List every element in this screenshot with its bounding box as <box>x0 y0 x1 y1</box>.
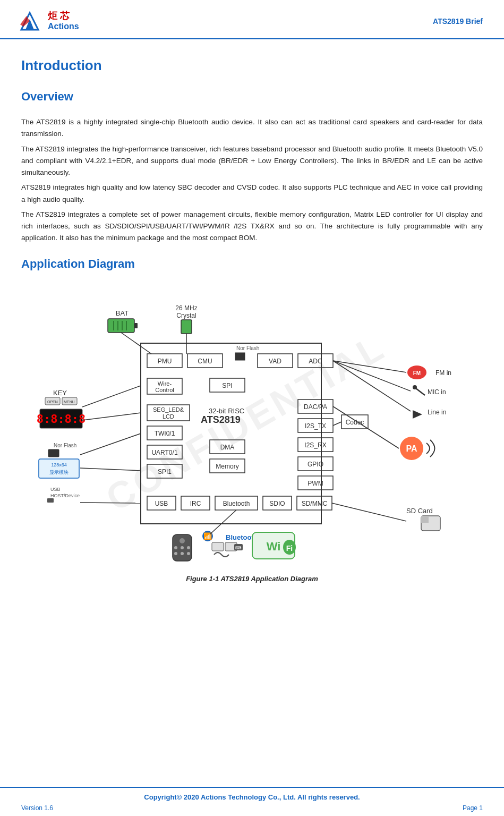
svg-text:I2S_RX: I2S_RX <box>304 441 326 449</box>
svg-point-116 <box>187 552 190 555</box>
main-content: Introduction Overview The ATS2819 is a h… <box>0 39 504 787</box>
svg-text:IRC: IRC <box>190 500 201 507</box>
svg-text:Nor Flash: Nor Flash <box>54 443 76 448</box>
svg-text:8:8:8:8: 8:8:8:8 <box>36 412 86 426</box>
svg-text:SD Card: SD Card <box>406 507 433 515</box>
svg-text:SEG_LED&: SEG_LED& <box>152 406 184 413</box>
svg-text:Nor Flash: Nor Flash <box>236 345 259 351</box>
svg-text:TWI0/1: TWI0/1 <box>154 430 175 437</box>
svg-text:KEY: KEY <box>53 389 66 397</box>
svg-text:FM: FM <box>413 370 420 376</box>
svg-text:PA: PA <box>406 444 417 453</box>
svg-text:32-bit RISC: 32-bit RISC <box>209 407 244 415</box>
svg-text:26 MHz: 26 MHz <box>175 304 197 312</box>
svg-text:Wire-: Wire- <box>157 380 172 387</box>
svg-text:HOST/Device: HOST/Device <box>50 493 80 498</box>
svg-text:I2S_TX: I2S_TX <box>304 422 326 430</box>
svg-rect-120 <box>212 542 224 551</box>
svg-text:ATS2819: ATS2819 <box>201 414 241 425</box>
svg-rect-25 <box>235 353 245 360</box>
svg-text:SDIO: SDIO <box>269 500 285 507</box>
svg-text:MIC in: MIC in <box>428 388 446 396</box>
svg-text:Memory: Memory <box>216 463 238 470</box>
svg-point-96 <box>413 385 417 389</box>
svg-text:USB: USB <box>50 487 61 492</box>
svg-text:Bluetooth: Bluetooth <box>223 500 250 507</box>
svg-text:PMU: PMU <box>157 358 172 365</box>
svg-text:VAD: VAD <box>269 358 281 365</box>
logo-icon <box>16 10 44 33</box>
svg-text:Fi: Fi <box>286 544 292 552</box>
page: 炬 芯 Actions ATS2819 Brief Introduction O… <box>0 0 504 816</box>
svg-text:Line in: Line in <box>428 409 446 416</box>
svg-text:Wi: Wi <box>266 540 280 553</box>
svg-text:SD/MMC: SD/MMC <box>301 500 327 507</box>
svg-text:PWM: PWM <box>307 480 323 487</box>
header: 炬 芯 Actions ATS2819 Brief <box>0 0 504 39</box>
svg-marker-107 <box>421 516 429 523</box>
footer-page: Page 1 <box>463 804 483 812</box>
svg-rect-9 <box>108 319 134 333</box>
svg-rect-85 <box>47 498 54 503</box>
logo-area: 炬 芯 Actions <box>16 10 79 33</box>
footer: Copyright© 2020 Actions Technology Co., … <box>0 787 504 816</box>
svg-point-115 <box>181 552 184 555</box>
svg-rect-10 <box>134 323 138 328</box>
svg-text:ADC: ADC <box>309 358 322 365</box>
svg-text:USB: USB <box>155 500 168 507</box>
svg-text:MENU: MENU <box>64 400 75 404</box>
paragraph-1: The ATS2819 is a highly integrated singl… <box>21 116 483 140</box>
svg-text:Control: Control <box>155 387 174 393</box>
svg-text:OPEN: OPEN <box>47 400 58 404</box>
svg-text:UART0/1: UART0/1 <box>151 449 177 456</box>
paragraph-2: The ATS2819 integrates the high-performa… <box>21 143 483 179</box>
diagram-section: Application Diagram CONFIDENTIAL ATS2819… <box>21 257 483 583</box>
figure-caption: Figure 1-1 ATS2819 Application Diagram <box>21 575 483 583</box>
svg-text:LCD: LCD <box>162 413 174 420</box>
svg-text:BAT: BAT <box>115 309 128 317</box>
logo-company-en: Actions <box>48 22 79 31</box>
svg-text:显示模块: 显示模块 <box>49 470 69 475</box>
svg-text:CMU: CMU <box>198 358 212 365</box>
svg-text:Crystal: Crystal <box>176 312 196 319</box>
svg-point-113 <box>187 546 190 549</box>
overview-title: Overview <box>21 90 483 104</box>
footer-version: Version 1.6 <box>21 804 53 812</box>
svg-text:DAC/PA: DAC/PA <box>304 403 327 411</box>
paragraph-3: ATS2819 integrates high quality and low … <box>21 182 483 206</box>
introduction-title: Introduction <box>21 57 483 74</box>
svg-text:SPI1: SPI1 <box>157 468 171 475</box>
svg-rect-17 <box>181 320 192 334</box>
svg-text:128x64: 128x64 <box>51 462 67 468</box>
footer-copyright: Copyright© 2020 Actions Technology Co., … <box>21 793 483 801</box>
diagram-title: Application Diagram <box>21 257 483 271</box>
svg-text:DMA: DMA <box>220 444 234 451</box>
logo-text-block: 炬 芯 Actions <box>48 11 79 31</box>
diagram-container: CONFIDENTIAL ATS2819 32-bit RISC BAT <box>21 279 483 568</box>
document-title: ATS2819 Brief <box>433 17 483 26</box>
svg-point-110 <box>180 538 185 543</box>
svg-text:Codec: Codec <box>345 419 364 426</box>
svg-text:FM in: FM in <box>435 369 451 377</box>
svg-line-90 <box>80 503 141 503</box>
svg-rect-79 <box>48 449 59 457</box>
svg-point-111 <box>174 546 177 549</box>
svg-point-112 <box>181 546 184 549</box>
application-diagram: CONFIDENTIAL ATS2819 32-bit RISC BAT <box>24 279 481 568</box>
svg-text:SPI: SPI <box>222 382 232 389</box>
logo-company-cn: 炬 芯 <box>48 11 79 22</box>
svg-point-114 <box>174 552 177 555</box>
footer-bottom: Version 1.6 Page 1 <box>21 804 483 812</box>
svg-text:⌨: ⌨ <box>235 546 242 550</box>
svg-text:GPIO: GPIO <box>307 461 323 468</box>
paragraph-4: The ATS2819 integrates a complete set of… <box>21 209 483 244</box>
